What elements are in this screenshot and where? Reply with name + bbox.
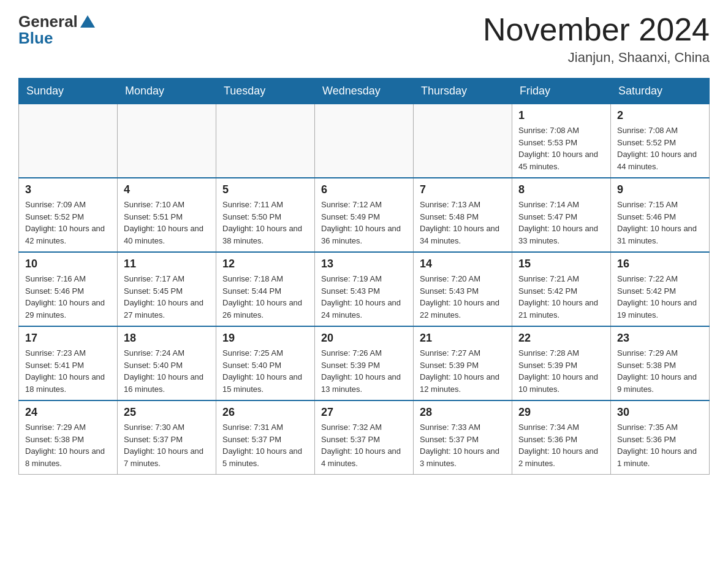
- day-info: Sunrise: 7:23 AMSunset: 5:41 PMDaylight:…: [25, 347, 111, 395]
- calendar-day-cell: 12Sunrise: 7:18 AMSunset: 5:44 PMDayligh…: [216, 252, 315, 326]
- day-number: 23: [617, 332, 703, 345]
- calendar-day-cell: 5Sunrise: 7:11 AMSunset: 5:50 PMDaylight…: [216, 178, 315, 252]
- day-info: Sunrise: 7:35 AMSunset: 5:36 PMDaylight:…: [617, 421, 703, 469]
- calendar-day-cell: 24Sunrise: 7:29 AMSunset: 5:38 PMDayligh…: [19, 400, 118, 475]
- calendar-day-cell: 27Sunrise: 7:32 AMSunset: 5:37 PMDayligh…: [315, 400, 414, 475]
- day-number: 11: [124, 258, 210, 270]
- day-info: Sunrise: 7:21 AMSunset: 5:42 PMDaylight:…: [518, 273, 604, 321]
- day-info: Sunrise: 7:18 AMSunset: 5:44 PMDaylight:…: [222, 273, 308, 321]
- day-number: 29: [518, 406, 604, 419]
- day-info: Sunrise: 7:32 AMSunset: 5:37 PMDaylight:…: [321, 421, 407, 469]
- day-info: Sunrise: 7:34 AMSunset: 5:36 PMDaylight:…: [518, 421, 604, 469]
- weekday-header-saturday: Saturday: [611, 79, 710, 104]
- day-info: Sunrise: 7:17 AMSunset: 5:45 PMDaylight:…: [124, 273, 210, 321]
- page-header: General Blue November 2024 Jianjun, Shaa…: [18, 12, 710, 66]
- day-number: 3: [25, 183, 111, 196]
- calendar-day-cell: [118, 104, 216, 178]
- day-info: Sunrise: 7:16 AMSunset: 5:46 PMDaylight:…: [25, 273, 111, 321]
- calendar-day-cell: 15Sunrise: 7:21 AMSunset: 5:42 PMDayligh…: [512, 252, 611, 326]
- day-number: 1: [518, 109, 604, 122]
- calendar-day-cell: 8Sunrise: 7:14 AMSunset: 5:47 PMDaylight…: [512, 178, 611, 252]
- day-number: 21: [420, 332, 506, 345]
- day-info: Sunrise: 7:29 AMSunset: 5:38 PMDaylight:…: [25, 421, 111, 469]
- calendar-day-cell: [315, 104, 414, 178]
- day-number: 10: [25, 258, 111, 270]
- weekday-header-tuesday: Tuesday: [216, 79, 315, 104]
- day-number: 6: [321, 183, 407, 196]
- calendar-day-cell: 3Sunrise: 7:09 AMSunset: 5:52 PMDaylight…: [19, 178, 118, 252]
- calendar-week-row: 10Sunrise: 7:16 AMSunset: 5:46 PMDayligh…: [19, 252, 710, 326]
- logo-triangle-icon: [80, 15, 95, 28]
- day-info: Sunrise: 7:12 AMSunset: 5:49 PMDaylight:…: [321, 199, 407, 247]
- weekday-header-monday: Monday: [118, 79, 216, 104]
- day-info: Sunrise: 7:30 AMSunset: 5:37 PMDaylight:…: [124, 421, 210, 469]
- calendar-day-cell: [19, 104, 118, 178]
- day-number: 19: [222, 332, 308, 345]
- day-number: 5: [222, 183, 308, 196]
- day-info: Sunrise: 7:10 AMSunset: 5:51 PMDaylight:…: [124, 199, 210, 247]
- weekday-header-wednesday: Wednesday: [315, 79, 414, 104]
- day-number: 4: [124, 183, 210, 196]
- calendar-day-cell: 14Sunrise: 7:20 AMSunset: 5:43 PMDayligh…: [414, 252, 512, 326]
- month-title: November 2024: [483, 12, 710, 47]
- day-info: Sunrise: 7:29 AMSunset: 5:38 PMDaylight:…: [617, 347, 703, 395]
- day-number: 13: [321, 258, 407, 270]
- day-number: 25: [124, 406, 210, 419]
- day-number: 14: [420, 258, 506, 270]
- logo-blue-text: Blue: [18, 29, 53, 48]
- calendar-day-cell: 11Sunrise: 7:17 AMSunset: 5:45 PMDayligh…: [118, 252, 216, 326]
- day-info: Sunrise: 7:15 AMSunset: 5:46 PMDaylight:…: [617, 199, 703, 247]
- day-info: Sunrise: 7:08 AMSunset: 5:53 PMDaylight:…: [518, 124, 604, 172]
- location-subtitle: Jianjun, Shaanxi, China: [483, 50, 710, 66]
- day-info: Sunrise: 7:31 AMSunset: 5:37 PMDaylight:…: [222, 421, 308, 469]
- day-info: Sunrise: 7:27 AMSunset: 5:39 PMDaylight:…: [420, 347, 506, 395]
- day-info: Sunrise: 7:24 AMSunset: 5:40 PMDaylight:…: [124, 347, 210, 395]
- day-number: 8: [518, 183, 604, 196]
- day-number: 22: [518, 332, 604, 345]
- calendar-day-cell: [216, 104, 315, 178]
- day-info: Sunrise: 7:13 AMSunset: 5:48 PMDaylight:…: [420, 199, 506, 247]
- calendar-day-cell: 29Sunrise: 7:34 AMSunset: 5:36 PMDayligh…: [512, 400, 611, 475]
- day-info: Sunrise: 7:26 AMSunset: 5:39 PMDaylight:…: [321, 347, 407, 395]
- day-number: 27: [321, 406, 407, 419]
- calendar-day-cell: 9Sunrise: 7:15 AMSunset: 5:46 PMDaylight…: [611, 178, 710, 252]
- weekday-header-sunday: Sunday: [19, 79, 118, 104]
- title-section: November 2024 Jianjun, Shaanxi, China: [483, 12, 710, 66]
- weekday-header-row: SundayMondayTuesdayWednesdayThursdayFrid…: [19, 79, 710, 104]
- day-number: 2: [617, 109, 703, 122]
- day-number: 17: [25, 332, 111, 345]
- calendar-day-cell: 17Sunrise: 7:23 AMSunset: 5:41 PMDayligh…: [19, 326, 118, 400]
- calendar-day-cell: 26Sunrise: 7:31 AMSunset: 5:37 PMDayligh…: [216, 400, 315, 475]
- calendar-table: SundayMondayTuesdayWednesdayThursdayFrid…: [18, 78, 710, 475]
- calendar-day-cell: 20Sunrise: 7:26 AMSunset: 5:39 PMDayligh…: [315, 326, 414, 400]
- calendar-day-cell: 13Sunrise: 7:19 AMSunset: 5:43 PMDayligh…: [315, 252, 414, 326]
- day-number: 26: [222, 406, 308, 419]
- day-info: Sunrise: 7:11 AMSunset: 5:50 PMDaylight:…: [222, 199, 308, 247]
- day-number: 16: [617, 258, 703, 270]
- calendar-day-cell: 18Sunrise: 7:24 AMSunset: 5:40 PMDayligh…: [118, 326, 216, 400]
- calendar-day-cell: 22Sunrise: 7:28 AMSunset: 5:39 PMDayligh…: [512, 326, 611, 400]
- calendar-day-cell: 1Sunrise: 7:08 AMSunset: 5:53 PMDaylight…: [512, 104, 611, 178]
- weekday-header-friday: Friday: [512, 79, 611, 104]
- day-info: Sunrise: 7:14 AMSunset: 5:47 PMDaylight:…: [518, 199, 604, 247]
- calendar-day-cell: 10Sunrise: 7:16 AMSunset: 5:46 PMDayligh…: [19, 252, 118, 326]
- day-info: Sunrise: 7:09 AMSunset: 5:52 PMDaylight:…: [25, 199, 111, 247]
- day-number: 30: [617, 406, 703, 419]
- day-number: 9: [617, 183, 703, 196]
- calendar-day-cell: 2Sunrise: 7:08 AMSunset: 5:52 PMDaylight…: [611, 104, 710, 178]
- day-info: Sunrise: 7:22 AMSunset: 5:42 PMDaylight:…: [617, 273, 703, 321]
- logo: General Blue: [18, 12, 95, 48]
- day-info: Sunrise: 7:25 AMSunset: 5:40 PMDaylight:…: [222, 347, 308, 395]
- calendar-day-cell: 23Sunrise: 7:29 AMSunset: 5:38 PMDayligh…: [611, 326, 710, 400]
- day-number: 18: [124, 332, 210, 345]
- calendar-week-row: 24Sunrise: 7:29 AMSunset: 5:38 PMDayligh…: [19, 400, 710, 475]
- calendar-day-cell: 4Sunrise: 7:10 AMSunset: 5:51 PMDaylight…: [118, 178, 216, 252]
- calendar-day-cell: 30Sunrise: 7:35 AMSunset: 5:36 PMDayligh…: [611, 400, 710, 475]
- calendar-day-cell: 28Sunrise: 7:33 AMSunset: 5:37 PMDayligh…: [414, 400, 512, 475]
- calendar-day-cell: [414, 104, 512, 178]
- day-info: Sunrise: 7:20 AMSunset: 5:43 PMDaylight:…: [420, 273, 506, 321]
- calendar-day-cell: 21Sunrise: 7:27 AMSunset: 5:39 PMDayligh…: [414, 326, 512, 400]
- calendar-day-cell: 19Sunrise: 7:25 AMSunset: 5:40 PMDayligh…: [216, 326, 315, 400]
- calendar-day-cell: 7Sunrise: 7:13 AMSunset: 5:48 PMDaylight…: [414, 178, 512, 252]
- day-number: 15: [518, 258, 604, 270]
